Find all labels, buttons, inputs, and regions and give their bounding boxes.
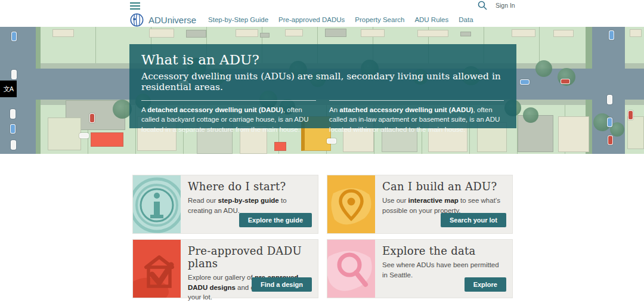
map-tree — [523, 107, 538, 123]
map-house — [627, 116, 644, 149]
nav-property-search[interactable]: Property Search — [355, 16, 404, 23]
map-car — [11, 140, 16, 150]
feature-cards-section: Where do I start? Read our step-by-step … — [0, 154, 644, 303]
search-your-lot-button[interactable]: Search your lot — [441, 213, 506, 227]
nav-adu-rules[interactable]: ADU Rules — [414, 16, 448, 23]
map-house — [285, 29, 303, 36]
card-title: Pre-approved DADU plans — [188, 245, 311, 270]
map-car — [10, 124, 16, 134]
adu-definitions: A detached accessory dwelling unit (DADU… — [141, 100, 504, 135]
map-highlight-building — [91, 132, 123, 147]
map-car — [628, 110, 633, 120]
map-car — [609, 30, 614, 40]
map-car — [520, 79, 530, 85]
info-icon — [133, 175, 181, 233]
aduniverse-homepage: Sign In ADUniverse Step-by-Step Guide Pr… — [0, 0, 644, 303]
map-car — [79, 133, 89, 138]
brand-nav-row: ADUniverse Step-by-Step Guide Pre-approv… — [130, 13, 473, 27]
dadu-definition: A detached accessory dwelling unit (DADU… — [141, 100, 316, 135]
card-preapproved-dadu-plans: Pre-approved DADU plans Explore our gall… — [132, 239, 318, 298]
find-a-design-button[interactable]: Find a design — [252, 277, 312, 292]
map-house — [460, 32, 471, 36]
aadu-definition: An attached accessory dwelling unit (AAD… — [329, 100, 504, 135]
map-car — [11, 32, 17, 41]
map-house — [186, 30, 206, 38]
nav-data[interactable]: Data — [459, 16, 473, 23]
card-explore-the-data: Explore the data See where ADUs have bee… — [327, 239, 513, 298]
nav-pre-approved-dadus[interactable]: Pre-approved DADUs — [278, 16, 345, 23]
seattle-city-logo-icon — [130, 13, 144, 27]
card-body: Can I build an ADU? Use our interactive … — [375, 175, 512, 233]
map-house — [260, 33, 270, 38]
map-house — [325, 29, 346, 37]
map-sidewalk — [625, 100, 644, 105]
map-house — [417, 30, 448, 37]
map-car — [10, 109, 16, 119]
map-house — [553, 30, 574, 37]
map-sidewalk — [625, 63, 644, 69]
data-search-icon — [327, 240, 375, 298]
hero-subtitle: Accessory dwelling units (ADUs) are smal… — [141, 71, 504, 92]
map-car — [11, 70, 17, 79]
map-car — [327, 138, 336, 144]
map-house — [236, 29, 258, 37]
translate-icon: 文A — [4, 85, 13, 94]
top-header: Sign In ADUniverse Step-by-Step Guide Pr… — [0, 0, 644, 27]
map-highlight-building — [274, 142, 286, 151]
map-car — [89, 113, 95, 123]
map-house — [558, 116, 589, 152]
map-house — [48, 118, 81, 150]
map-car — [607, 95, 612, 104]
main-nav: Step-by-Step Guide Pre-approved DADUs Pr… — [208, 16, 473, 23]
hamburger-menu-icon[interactable] — [130, 2, 140, 10]
map-pin-icon — [327, 175, 375, 233]
card-title: Explore the data — [382, 245, 505, 257]
hero-banner: 文A What is an ADU? Accessory dwelling un… — [0, 27, 644, 154]
hero-overlay-panel: What is an ADU? Accessory dwelling units… — [129, 44, 516, 128]
card-body: Pre-approved DADU plans Explore our gall… — [181, 240, 318, 298]
map-car — [561, 79, 570, 84]
explore-button[interactable]: Explore — [465, 277, 506, 292]
card-title: Can I build an ADU? — [382, 180, 505, 193]
map-car — [608, 135, 613, 145]
house-check-icon — [133, 240, 181, 298]
card-title: Where do I start? — [188, 180, 311, 193]
brand-title[interactable]: ADUniverse — [148, 15, 196, 25]
map-tree — [535, 60, 552, 77]
explore-guide-button[interactable]: Explore the guide — [239, 213, 312, 227]
map-house — [361, 29, 385, 37]
map-house — [512, 29, 535, 37]
search-icon[interactable] — [478, 1, 488, 11]
card-body: Where do I start? Read our step-by-step … — [181, 175, 318, 233]
card-where-do-i-start: Where do I start? Read our step-by-step … — [132, 175, 318, 234]
nav-step-by-step-guide[interactable]: Step-by-Step Guide — [208, 16, 268, 23]
translate-button[interactable]: 文A — [0, 81, 17, 97]
card-body: Explore the data See where ADUs have bee… — [375, 240, 512, 298]
map-car — [607, 118, 612, 127]
map-house — [52, 29, 74, 37]
card-can-i-build: Can I build an ADU? Use our interactive … — [327, 175, 513, 234]
map-house — [630, 29, 642, 37]
sign-in-link[interactable]: Sign In — [496, 2, 515, 9]
hero-title: What is an ADU? — [141, 52, 504, 69]
map-house — [149, 29, 174, 38]
